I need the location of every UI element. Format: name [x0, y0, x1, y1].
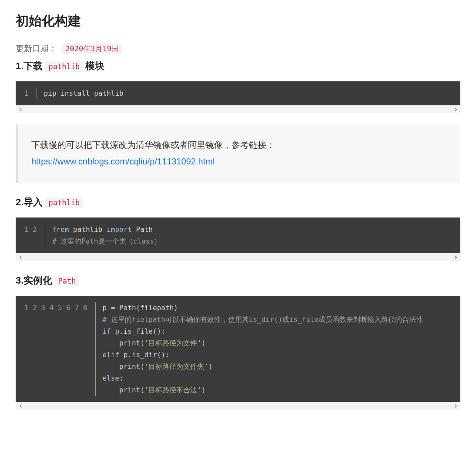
code-comment: # 这里的fielpath可以不确保有效性，使用其is_dir()或is_fil…: [103, 315, 423, 324]
code-string: '目标路径为文件': [144, 339, 201, 347]
code-text: pathlib: [69, 225, 107, 234]
code-text: Path: [132, 225, 153, 234]
line-numbers: 1 2: [24, 224, 45, 247]
code-text: ): [201, 339, 206, 347]
scroll-right-icon[interactable]: [453, 254, 459, 261]
heading-text: 2.导入: [16, 197, 45, 207]
heading-text: 1.下载: [16, 60, 45, 71]
code-text: p.is_file():: [111, 327, 165, 335]
note-text: 下载慢的可以把下载源改为清华镜像或者阿里镜像，参考链接：: [31, 137, 447, 153]
code-text: print(: [103, 339, 144, 347]
code-content: 1 pip install pathlib: [16, 81, 460, 105]
line-numbers: 1 2 3 4 5 6 7 8: [24, 302, 96, 396]
horizontal-scrollbar[interactable]: [16, 402, 460, 410]
code-string: '目标路径为文件夹': [144, 362, 208, 371]
code-block-3: 1 2 3 4 5 6 7 8 p = Path(filepath) # 这里的…: [16, 296, 460, 410]
code-lines: pip install pathlib: [37, 87, 452, 99]
scroll-left-icon[interactable]: [17, 254, 23, 261]
heading-text: 3.实例化: [16, 275, 55, 286]
horizontal-scrollbar[interactable]: [16, 253, 460, 261]
code-block-1: 1 pip install pathlib: [16, 81, 460, 113]
horizontal-scrollbar[interactable]: [16, 105, 460, 113]
code-text: pip install pathlib: [44, 89, 124, 97]
code-comment: # 这里的Path是一个类（class）: [52, 237, 161, 245]
code-lines: from pathlib import Path # 这里的Path是一个类（c…: [45, 224, 452, 247]
note-link[interactable]: https://www.cnblogs.com/cqliu/p/11131092…: [31, 157, 215, 166]
code-text: :: [119, 374, 124, 382]
update-date: 2020年3月19日: [62, 43, 122, 54]
blockquote-note: 下载慢的可以把下载源改为清华镜像或者阿里镜像，参考链接： https://www…: [16, 124, 460, 183]
code-keyword: elif: [103, 351, 120, 359]
code-text: print(: [103, 386, 144, 394]
code-keyword: from: [52, 225, 69, 234]
update-line: 更新日期： 2020年3月19日: [16, 43, 460, 54]
code-string: '目标路径不合法': [144, 386, 201, 394]
section-2-heading: 2.导入 pathlib: [16, 196, 460, 209]
page-title: 初始化构建: [16, 12, 460, 30]
line-numbers: 1: [24, 87, 37, 99]
scroll-right-icon[interactable]: [453, 107, 459, 113]
code-block-2: 1 2 from pathlib import Path # 这里的Path是一…: [16, 217, 460, 261]
code-lines: p = Path(filepath) # 这里的fielpath可以不确保有效性…: [96, 302, 452, 396]
code-text: ): [208, 362, 213, 371]
code-keyword: else: [103, 374, 120, 382]
code-text: p = Path(filepath): [103, 304, 178, 312]
heading-text: 模块: [83, 60, 104, 71]
scroll-left-icon[interactable]: [17, 403, 23, 409]
code-keyword: import: [107, 225, 132, 234]
code-text: ): [201, 386, 206, 394]
scroll-left-icon[interactable]: [17, 107, 23, 113]
update-label: 更新日期：: [16, 44, 57, 53]
code-content: 1 2 from pathlib import Path # 这里的Path是一…: [16, 217, 460, 253]
code-text: print(: [103, 362, 144, 371]
code-text: p.is_dir():: [119, 351, 170, 359]
inline-code-path: Path: [55, 276, 79, 286]
code-keyword: if: [103, 327, 111, 335]
inline-code-pathlib: pathlib: [45, 61, 83, 72]
section-3-heading: 3.实例化 Path: [16, 274, 460, 287]
section-1-heading: 1.下载 pathlib 模块: [16, 60, 460, 73]
code-content: 1 2 3 4 5 6 7 8 p = Path(filepath) # 这里的…: [16, 296, 460, 402]
scroll-right-icon[interactable]: [453, 403, 459, 409]
inline-code-pathlib: pathlib: [45, 197, 83, 208]
